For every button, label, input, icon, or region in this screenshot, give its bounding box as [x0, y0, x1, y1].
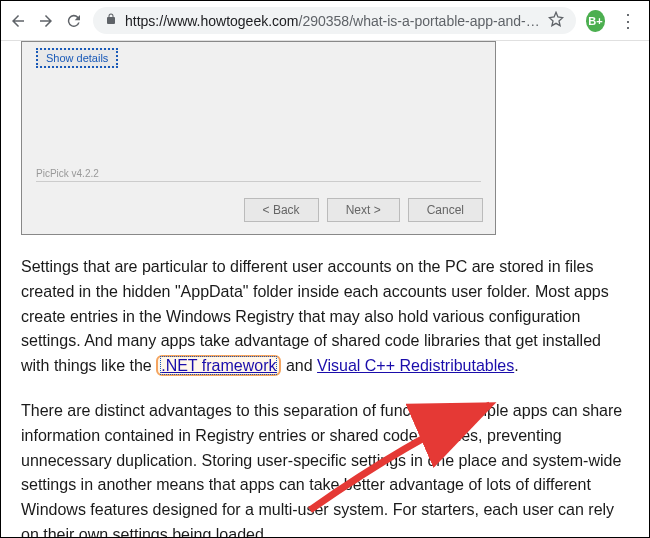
- embedded-wizard-image: Show details PicPick v4.2.2 < Back Next …: [21, 41, 496, 235]
- forward-button[interactable]: [37, 12, 55, 30]
- profile-badge[interactable]: B+: [586, 10, 605, 32]
- wizard-next-button: Next >: [327, 198, 400, 222]
- article-paragraph-2: There are distinct advantages to this se…: [21, 399, 629, 538]
- reload-button[interactable]: [65, 12, 83, 30]
- highlighted-link-box: .NET framework: [156, 355, 281, 376]
- address-bar[interactable]: https://www.howtogeek.com/290358/what-is…: [93, 7, 576, 34]
- bookmark-star-icon[interactable]: [548, 11, 564, 30]
- arrow-right-icon: [37, 12, 55, 30]
- version-label: PicPick v4.2.2: [36, 168, 481, 182]
- reload-icon: [65, 12, 83, 30]
- menu-button[interactable]: ⋮: [615, 10, 641, 32]
- wizard-back-button: < Back: [244, 198, 319, 222]
- lock-icon: [105, 12, 117, 29]
- net-framework-link[interactable]: .NET framework: [160, 356, 277, 375]
- url-text: https://www.howtogeek.com/290358/what-is…: [125, 13, 540, 29]
- browser-toolbar: https://www.howtogeek.com/290358/what-is…: [1, 1, 649, 41]
- vcpp-link[interactable]: Visual C++ Redistributables: [317, 357, 514, 374]
- back-button[interactable]: [9, 12, 27, 30]
- page-content: Show details PicPick v4.2.2 < Back Next …: [1, 41, 649, 538]
- arrow-left-icon: [9, 12, 27, 30]
- show-details-button: Show details: [36, 48, 118, 68]
- article-paragraph-1: Settings that are particular to differen…: [21, 255, 629, 379]
- wizard-cancel-button: Cancel: [408, 198, 483, 222]
